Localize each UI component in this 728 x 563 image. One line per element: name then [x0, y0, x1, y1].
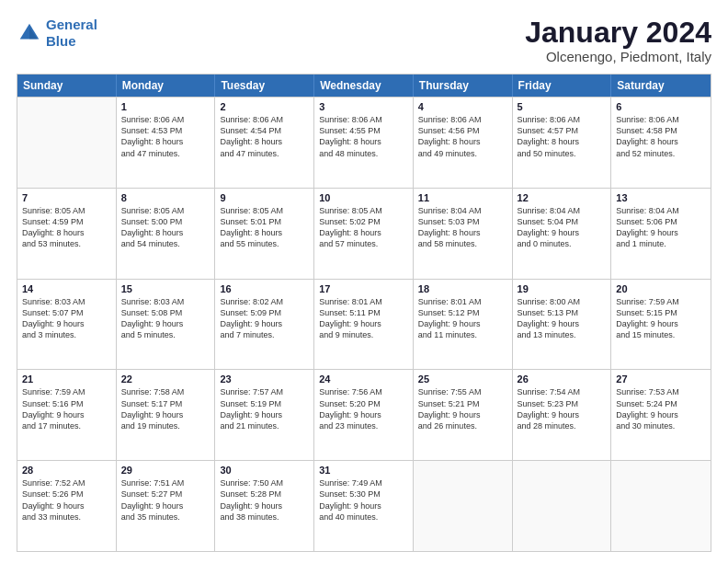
cell-line: and 30 minutes.	[616, 420, 706, 431]
calendar-row: 7Sunrise: 8:05 AMSunset: 4:59 PMDaylight…	[17, 188, 711, 279]
cell-line: Sunrise: 8:06 AM	[121, 114, 210, 125]
cell-line: Daylight: 9 hours	[418, 318, 507, 329]
calendar-cell: 4Sunrise: 8:06 AMSunset: 4:56 PMDaylight…	[414, 98, 513, 188]
calendar-cell: 17Sunrise: 8:01 AMSunset: 5:11 PMDayligh…	[314, 280, 414, 370]
calendar-cell: 12Sunrise: 8:04 AMSunset: 5:04 PMDayligh…	[513, 189, 612, 279]
calendar-cell: 24Sunrise: 7:56 AMSunset: 5:20 PMDayligh…	[314, 370, 414, 460]
cell-line: Daylight: 8 hours	[616, 136, 706, 147]
cell-line: Daylight: 9 hours	[220, 318, 309, 329]
cell-line: Daylight: 8 hours	[220, 136, 309, 147]
cell-line: Sunrise: 7:56 AM	[319, 386, 408, 397]
calendar-cell: 30Sunrise: 7:50 AMSunset: 5:28 PMDayligh…	[215, 461, 314, 551]
cell-line: Sunset: 5:13 PM	[518, 307, 607, 318]
page: General Blue January 2024 Olcenengo, Pie…	[0, 0, 728, 563]
logo-line1: General	[46, 17, 97, 32]
cell-line: Sunset: 4:55 PM	[319, 125, 408, 136]
cell-line: and 5 minutes.	[121, 329, 210, 340]
day-number: 2	[220, 101, 309, 112]
calendar-cell: 28Sunrise: 7:52 AMSunset: 5:26 PMDayligh…	[17, 461, 117, 551]
cell-line: Daylight: 8 hours	[22, 227, 111, 238]
header: General Blue January 2024 Olcenengo, Pie…	[17, 17, 711, 64]
calendar-header-day: Monday	[117, 75, 216, 97]
cell-line: and 40 minutes.	[319, 511, 408, 523]
cell-line: Sunrise: 7:59 AM	[22, 386, 111, 397]
calendar-cell: 25Sunrise: 7:55 AMSunset: 5:21 PMDayligh…	[414, 370, 513, 460]
cell-line: Sunset: 5:20 PM	[319, 398, 408, 409]
cell-line: Daylight: 9 hours	[22, 409, 111, 420]
cell-line: Daylight: 8 hours	[121, 136, 210, 147]
cell-line: Daylight: 9 hours	[616, 227, 706, 238]
cell-line: Sunrise: 7:49 AM	[319, 477, 408, 488]
cell-line: Daylight: 8 hours	[518, 136, 607, 147]
cell-line: Sunrise: 7:50 AM	[220, 477, 309, 488]
cell-line: Sunrise: 7:57 AM	[220, 386, 309, 397]
cell-line: and 52 minutes.	[616, 148, 706, 159]
cell-line: Sunrise: 8:03 AM	[121, 296, 210, 307]
calendar-cell: 5Sunrise: 8:06 AMSunset: 4:57 PMDaylight…	[513, 98, 612, 188]
cell-line: Sunset: 5:07 PM	[22, 307, 111, 318]
cell-line: Daylight: 9 hours	[616, 318, 706, 329]
logo-text: General Blue	[46, 17, 97, 50]
cell-line: Sunrise: 7:51 AM	[121, 477, 210, 488]
cell-line: Sunrise: 7:55 AM	[418, 386, 507, 397]
cell-line: Sunrise: 8:04 AM	[518, 205, 607, 216]
cell-line: and 55 minutes.	[220, 238, 309, 249]
day-number: 8	[121, 192, 210, 203]
calendar-row: 14Sunrise: 8:03 AMSunset: 5:07 PMDayligh…	[17, 279, 711, 370]
calendar-header-day: Saturday	[611, 75, 711, 97]
main-title: January 2024	[525, 17, 711, 49]
calendar-cell: 20Sunrise: 7:59 AMSunset: 5:15 PMDayligh…	[611, 280, 711, 370]
day-number: 28	[22, 465, 111, 476]
day-number: 14	[22, 283, 111, 294]
logo-icon	[17, 20, 42, 46]
cell-line: and 47 minutes.	[121, 148, 210, 159]
cell-line: Sunrise: 8:06 AM	[418, 114, 507, 125]
cell-line: Sunset: 4:57 PM	[518, 125, 607, 136]
calendar-header-day: Sunday	[17, 75, 117, 97]
cell-line: Sunset: 5:24 PM	[616, 398, 706, 409]
cell-line: Daylight: 9 hours	[22, 318, 111, 329]
cell-line: Sunset: 5:19 PM	[220, 398, 309, 409]
cell-line: Sunset: 4:54 PM	[220, 125, 309, 136]
day-number: 30	[220, 465, 309, 476]
cell-line: Sunset: 5:12 PM	[418, 307, 507, 318]
cell-line: Daylight: 9 hours	[121, 409, 210, 420]
calendar-cell: 2Sunrise: 8:06 AMSunset: 4:54 PMDaylight…	[215, 98, 314, 188]
cell-line: Daylight: 9 hours	[121, 500, 210, 511]
cell-line: and 58 minutes.	[418, 238, 507, 249]
cell-line: Sunrise: 8:05 AM	[22, 205, 111, 216]
cell-line: Sunrise: 8:06 AM	[518, 114, 607, 125]
calendar-cell	[414, 461, 513, 551]
cell-line: and 7 minutes.	[220, 329, 309, 340]
cell-line: Sunrise: 8:03 AM	[22, 296, 111, 307]
cell-line: Daylight: 9 hours	[418, 409, 507, 420]
cell-line: Daylight: 9 hours	[220, 500, 309, 511]
cell-line: and 48 minutes.	[319, 148, 408, 159]
cell-line: Sunrise: 8:06 AM	[220, 114, 309, 125]
cell-line: and 1 minute.	[616, 238, 706, 249]
day-number: 6	[616, 101, 706, 112]
cell-line: Daylight: 9 hours	[220, 409, 309, 420]
day-number: 22	[121, 373, 210, 385]
cell-line: Sunrise: 8:06 AM	[616, 114, 706, 125]
cell-line: Daylight: 8 hours	[319, 136, 408, 147]
cell-line: Sunset: 5:21 PM	[418, 398, 507, 409]
day-number: 25	[418, 373, 507, 385]
cell-line: Daylight: 9 hours	[22, 500, 111, 511]
calendar-cell: 19Sunrise: 8:00 AMSunset: 5:13 PMDayligh…	[513, 280, 612, 370]
cell-line: and 9 minutes.	[319, 329, 408, 340]
calendar-cell: 3Sunrise: 8:06 AMSunset: 4:55 PMDaylight…	[314, 98, 414, 188]
cell-line: Sunrise: 7:58 AM	[121, 386, 210, 397]
cell-line: and 38 minutes.	[220, 511, 309, 523]
cell-line: and 33 minutes.	[22, 511, 111, 523]
day-number: 9	[220, 192, 309, 203]
day-number: 17	[319, 283, 408, 294]
calendar-cell: 31Sunrise: 7:49 AMSunset: 5:30 PMDayligh…	[314, 461, 414, 551]
cell-line: and 11 minutes.	[418, 329, 507, 340]
cell-line: Daylight: 8 hours	[319, 227, 408, 238]
day-number: 10	[319, 192, 408, 203]
calendar-cell: 22Sunrise: 7:58 AMSunset: 5:17 PMDayligh…	[117, 370, 216, 460]
cell-line: Sunset: 4:56 PM	[418, 125, 507, 136]
day-number: 3	[319, 101, 408, 112]
cell-line: and 49 minutes.	[418, 148, 507, 159]
